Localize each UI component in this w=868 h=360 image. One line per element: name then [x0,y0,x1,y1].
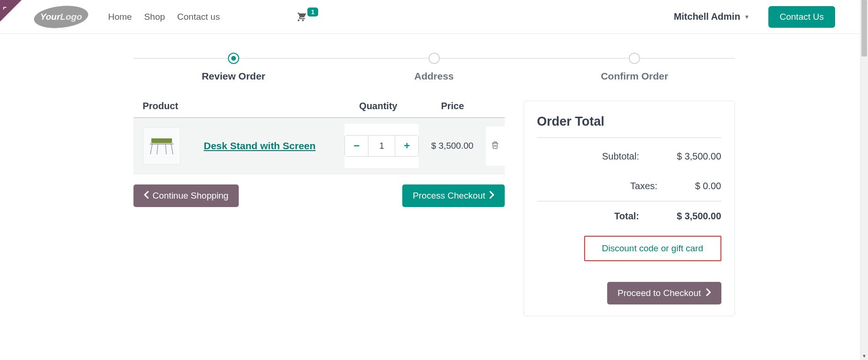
continue-shopping-button[interactable]: Continue Shopping [133,184,239,207]
line-price: $ 3,500.00 [419,141,485,151]
step-dot-active-icon [228,53,239,64]
edit-corner-ribbon[interactable] [0,0,22,22]
user-menu[interactable]: Mitchell Admin ▼ [674,11,750,22]
taxes-label: Taxes: [537,181,695,192]
col-product: Product [133,101,338,112]
cart-count-badge: 1 [307,8,318,16]
taxes-value: $ 0.00 [695,181,721,192]
svg-line-5 [157,144,158,154]
caret-down-icon: ▼ [744,14,750,20]
process-checkout-button[interactable]: Process Checkout [402,184,504,207]
step-label: Confirm Order [534,71,735,82]
step-label: Address [334,71,534,82]
user-name: Mitchell Admin [674,11,740,22]
order-total-panel: Order Total Subtotal: $ 3,500.00 Taxes: … [524,101,735,316]
subtotal-value: $ 3,500.00 [677,151,721,162]
button-label: Proceed to Checkout [618,288,701,298]
svg-line-3 [150,144,152,154]
site-logo[interactable]: YourLogo [33,5,89,29]
checkout-steps: Review Order Address Confirm Order [133,53,735,82]
quantity-stepper: − + [344,135,419,157]
col-price: Price [419,101,486,112]
cart-icon [295,11,306,23]
total-value: $ 3,500.00 [677,211,721,222]
svg-line-4 [171,144,173,154]
subtotal-label: Subtotal: [537,151,677,162]
step-review[interactable]: Review Order [133,53,334,82]
step-address[interactable]: Address [334,53,534,82]
nav-home[interactable]: Home [108,12,132,22]
col-quantity: Quantity [337,101,419,112]
step-label: Review Order [133,71,334,82]
nav-shop[interactable]: Shop [144,12,165,22]
contact-us-button[interactable]: Contact Us [768,6,835,28]
edit-ribbon-icon [3,3,10,10]
qty-increase-button[interactable]: + [395,136,418,156]
product-thumbnail[interactable] [143,127,180,165]
proceed-to-checkout-button[interactable]: Proceed to Checkout [607,282,721,304]
svg-rect-1 [151,138,172,143]
product-name-link[interactable]: Desk Stand with Screen [204,140,316,151]
logo-text: YourLogo [40,12,82,22]
remove-line-button[interactable] [491,143,499,151]
site-header: YourLogo Home Shop Contact us 1 Mitchell… [0,0,868,34]
chevron-right-icon [706,288,711,298]
order-total-title: Order Total [537,114,721,138]
qty-decrease-button[interactable]: − [345,136,368,156]
step-dot-icon [629,53,640,64]
chevron-right-icon [489,191,494,201]
discount-code-link[interactable]: Discount code or gift card [584,236,721,261]
vertical-scrollbar[interactable]: ▲ ▼ [860,0,868,316]
nav-contact[interactable]: Contact us [177,12,220,22]
button-label: Process Checkout [413,191,485,201]
total-label: Total: [537,211,677,222]
scrollbar-thumb[interactable] [861,0,867,56]
step-confirm[interactable]: Confirm Order [534,53,735,82]
cart-table-header: Product Quantity Price [133,101,505,118]
cart-row: Desk Stand with Screen − + $ 3,500.00 [133,118,505,174]
button-label: Continue Shopping [153,191,229,201]
qty-input[interactable] [368,136,395,156]
svg-line-6 [165,144,166,154]
main-nav: Home Shop Contact us [108,12,220,22]
chevron-left-icon [144,191,149,201]
step-dot-icon [429,53,440,64]
cart-link[interactable]: 1 [295,11,318,23]
